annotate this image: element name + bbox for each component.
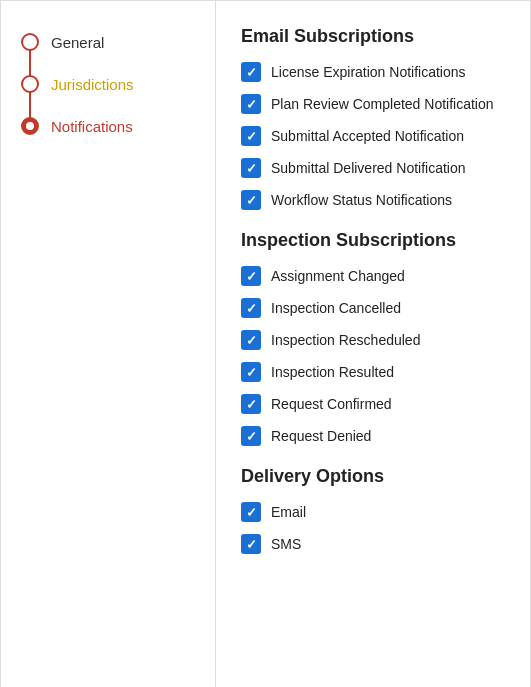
checkbox-icon-assignment-changed (241, 266, 261, 286)
sidebar-label-notifications: Notifications (51, 118, 133, 135)
checkbox-icon-request-denied (241, 426, 261, 446)
checkbox-icon-inspection-resulted (241, 362, 261, 382)
section-title-delivery: Delivery Options (241, 466, 510, 487)
checkbox-label-sms-delivery: SMS (271, 536, 301, 552)
sidebar-item-notifications[interactable]: Notifications (21, 105, 215, 147)
section-inspection-subscriptions: Inspection Subscriptions Assignment Chan… (241, 230, 510, 446)
checkbox-label-inspection-cancelled: Inspection Cancelled (271, 300, 401, 316)
checkbox-request-denied[interactable]: Request Denied (241, 426, 510, 446)
checkbox-submittal-delivered[interactable]: Submittal Delivered Notification (241, 158, 510, 178)
nav-circle-jurisdictions (21, 75, 39, 93)
checkbox-email-delivery[interactable]: Email (241, 502, 510, 522)
nav-circle-notifications (21, 117, 39, 135)
section-email-subscriptions: Email Subscriptions License Expiration N… (241, 26, 510, 210)
sidebar-label-general: General (51, 34, 104, 51)
checkbox-label-email-delivery: Email (271, 504, 306, 520)
checkbox-icon-workflow-status (241, 190, 261, 210)
checkbox-inspection-resulted[interactable]: Inspection Resulted (241, 362, 510, 382)
sidebar: General Jurisdictions Notifications (1, 1, 216, 687)
checkbox-label-submittal-accepted: Submittal Accepted Notification (271, 128, 464, 144)
checkbox-icon-license-expiration (241, 62, 261, 82)
sidebar-item-jurisdictions[interactable]: Jurisdictions (21, 63, 215, 105)
circle-container-general (21, 33, 39, 51)
checkbox-assignment-changed[interactable]: Assignment Changed (241, 266, 510, 286)
checkbox-request-confirmed[interactable]: Request Confirmed (241, 394, 510, 414)
main-content: Email Subscriptions License Expiration N… (216, 1, 530, 687)
nav-items-wrapper: General Jurisdictions Notifications (21, 21, 215, 147)
checkbox-icon-sms-delivery (241, 534, 261, 554)
checkbox-icon-plan-review (241, 94, 261, 114)
checkbox-label-request-confirmed: Request Confirmed (271, 396, 392, 412)
checkbox-workflow-status[interactable]: Workflow Status Notifications (241, 190, 510, 210)
checkbox-label-assignment-changed: Assignment Changed (271, 268, 405, 284)
checkbox-icon-email-delivery (241, 502, 261, 522)
checkbox-label-request-denied: Request Denied (271, 428, 371, 444)
checkbox-label-submittal-delivered: Submittal Delivered Notification (271, 160, 466, 176)
checkbox-sms-delivery[interactable]: SMS (241, 534, 510, 554)
checkbox-icon-inspection-rescheduled (241, 330, 261, 350)
checkbox-label-plan-review: Plan Review Completed Notification (271, 96, 494, 112)
checkbox-icon-submittal-delivered (241, 158, 261, 178)
checkbox-icon-request-confirmed (241, 394, 261, 414)
checkbox-inspection-rescheduled[interactable]: Inspection Rescheduled (241, 330, 510, 350)
checkbox-icon-submittal-accepted (241, 126, 261, 146)
section-title-inspection: Inspection Subscriptions (241, 230, 510, 251)
checkbox-icon-inspection-cancelled (241, 298, 261, 318)
circle-container-notifications (21, 117, 39, 135)
checkbox-label-inspection-resulted: Inspection Resulted (271, 364, 394, 380)
checkbox-submittal-accepted[interactable]: Submittal Accepted Notification (241, 126, 510, 146)
section-title-email: Email Subscriptions (241, 26, 510, 47)
checkbox-label-inspection-rescheduled: Inspection Rescheduled (271, 332, 420, 348)
circle-container-jurisdictions (21, 75, 39, 93)
section-delivery-options: Delivery Options Email SMS (241, 466, 510, 554)
sidebar-item-general[interactable]: General (21, 21, 215, 63)
checkbox-label-workflow-status: Workflow Status Notifications (271, 192, 452, 208)
checkbox-license-expiration[interactable]: License Expiration Notifications (241, 62, 510, 82)
checkbox-label-license-expiration: License Expiration Notifications (271, 64, 466, 80)
nav-circle-general (21, 33, 39, 51)
checkbox-inspection-cancelled[interactable]: Inspection Cancelled (241, 298, 510, 318)
checkbox-plan-review[interactable]: Plan Review Completed Notification (241, 94, 510, 114)
sidebar-label-jurisdictions: Jurisdictions (51, 76, 134, 93)
